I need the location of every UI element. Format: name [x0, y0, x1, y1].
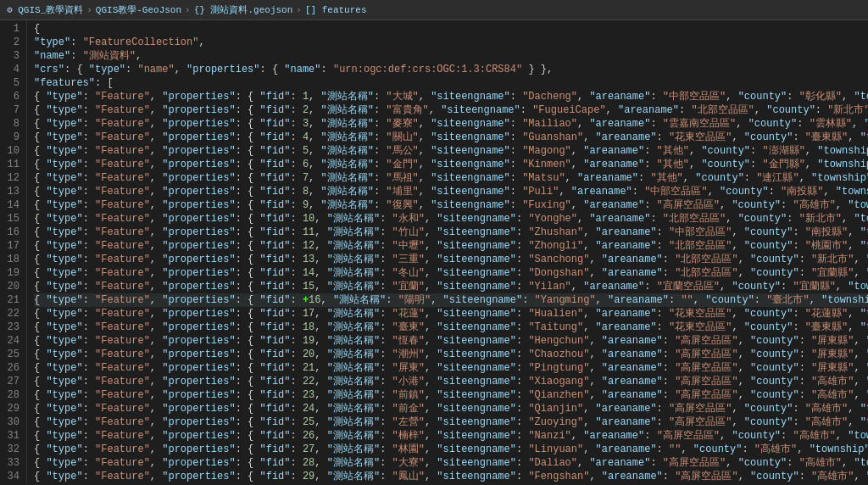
line-number: 11 [3, 158, 19, 171]
code-line: { "type": "Feature", "properties": { "fi… [34, 266, 868, 280]
line-number: 14 [3, 198, 19, 212]
line-number: 10 [3, 144, 19, 158]
code-line: { "type": "Feature", "properties": { "fi… [34, 158, 868, 171]
line-number: 15 [3, 212, 19, 226]
title-file: {} 測站資料.geojson [194, 3, 293, 16]
line-number: 23 [3, 321, 19, 334]
line-number: 32 [3, 443, 19, 456]
line-number: 9 [3, 131, 19, 144]
line-number: 31 [3, 429, 19, 443]
code-line: { "type": "Feature", "properties": { "fi… [34, 280, 868, 293]
code-line: { "type": "Feature", "properties": { "fi… [34, 429, 868, 443]
line-number: 33 [3, 456, 19, 470]
title-bar: ⚙ QGIS_教學資料 › QGIS教學-GeoJson › {} 測站資料.g… [0, 0, 868, 20]
code-line: { "type": "Feature", "properties": { "fi… [34, 253, 868, 266]
text-cursor: + [303, 294, 309, 306]
code-line: { "type": "Feature", "properties": { "fi… [34, 402, 868, 415]
code-line: { "type": "Feature", "properties": { "fi… [34, 90, 868, 103]
code-line: { "type": "Feature", "properties": { "fi… [34, 321, 868, 334]
line-number: 4 [3, 63, 19, 76]
line-number: 25 [3, 348, 19, 361]
line-numbers: 1234567891011121314151617181920212223242… [0, 20, 27, 483]
code-line: { "type": "Feature", "properties": { "fi… [34, 307, 868, 321]
code-line: { "type": "Feature", "properties": { "fi… [34, 470, 868, 483]
code-content[interactable]: { "type": "FeatureCollection", "name": "… [27, 20, 868, 483]
line-number: 7 [3, 103, 19, 117]
code-line: { "type": "Feature", "properties": { "fi… [34, 348, 868, 361]
code-line: { "type": "Feature", "properties": { "fi… [34, 198, 868, 212]
line-number: 26 [3, 361, 19, 375]
line-number: 29 [3, 402, 19, 415]
line-number: 21 [3, 293, 19, 307]
code-line: { "type": "Feature", "properties": { "fi… [34, 212, 868, 226]
code-line: { "type": "Feature", "properties": { "fi… [34, 388, 868, 402]
line-number: 34 [3, 470, 19, 483]
code-line: { "type": "Feature", "properties": { "fi… [34, 131, 868, 144]
title-path: ⚙ QGIS_教學資料 [7, 3, 83, 16]
editor-area: 1234567891011121314151617181920212223242… [0, 20, 868, 483]
code-line: { "type": "Feature", "properties": { "fi… [34, 361, 868, 375]
code-line: { "type": "Feature", "properties": { "fi… [34, 334, 868, 348]
code-line: "name": "測站資料", [34, 49, 868, 63]
line-number: 6 [3, 90, 19, 103]
line-number: 13 [3, 185, 19, 198]
line-number: 24 [3, 334, 19, 348]
code-line: { "type": "Feature", "properties": { "fi… [34, 144, 868, 158]
line-number: 2 [3, 36, 19, 49]
code-line: { "type": "Feature", "properties": { "fi… [34, 171, 868, 185]
code-line: { "type": "Feature", "properties": { "fi… [34, 103, 868, 117]
code-line: { "type": "Feature", "properties": { "fi… [34, 375, 868, 388]
line-number: 28 [3, 388, 19, 402]
title-qgis: QGIS教學-GeoJson [96, 3, 181, 16]
title-features: [] features [305, 5, 367, 15]
line-number: 17 [3, 239, 19, 253]
line-number: 3 [3, 49, 19, 63]
line-number: 22 [3, 307, 19, 321]
code-line: "features": [ [34, 76, 868, 90]
code-line: { "type": "Feature", "properties": { "fi… [34, 456, 868, 470]
line-number: 8 [3, 117, 19, 131]
code-line: "crs": { "type": "name", "properties": {… [34, 63, 868, 76]
line-number: 1 [3, 22, 19, 36]
code-line: { "type": "Feature", "properties": { "fi… [34, 226, 868, 239]
line-number: 5 [3, 76, 19, 90]
line-number: 18 [3, 253, 19, 266]
line-number: 19 [3, 266, 19, 280]
code-line: { "type": "Feature", "properties": { "fi… [34, 239, 868, 253]
code-line: "type": "FeatureCollection", [34, 36, 868, 49]
line-number: 27 [3, 375, 19, 388]
code-line: { "type": "Feature", "properties": { "fi… [34, 117, 868, 131]
line-number: 30 [3, 415, 19, 429]
line-number: 12 [3, 171, 19, 185]
code-line: { "type": "Feature", "properties": { "fi… [34, 185, 868, 198]
code-line: { [34, 22, 868, 36]
code-line: { "type": "Feature", "properties": { "fi… [34, 293, 868, 307]
line-number: 16 [3, 226, 19, 239]
code-line: { "type": "Feature", "properties": { "fi… [34, 415, 868, 429]
code-line: { "type": "Feature", "properties": { "fi… [34, 443, 868, 456]
line-number: 20 [3, 280, 19, 293]
